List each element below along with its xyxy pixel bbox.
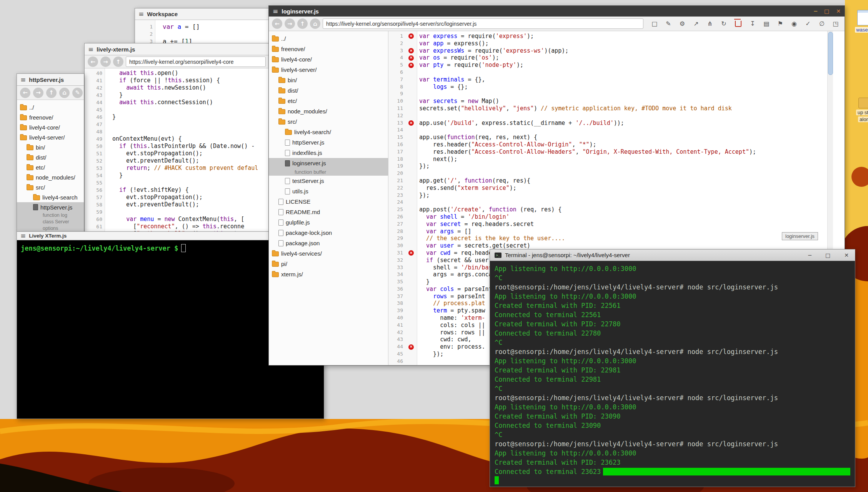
folder-icon[interactable]: ▤: [762, 20, 771, 27]
code-line[interactable]: 60 var menu = new ContextMenu(this, [: [85, 216, 269, 223]
tree-item-etc[interactable]: etc/: [17, 162, 84, 172]
checkbox-icon[interactable]: □: [650, 20, 659, 27]
scrollbar-thumb[interactable]: [828, 32, 833, 75]
code-line[interactable]: 54 }: [85, 172, 269, 179]
code-line[interactable]: 22 res.send("xterm service");: [388, 184, 845, 192]
up-button[interactable]: ↑: [113, 57, 123, 67]
code-line[interactable]: 24: [388, 199, 845, 206]
code-line[interactable]: 2var app = express();: [388, 40, 845, 47]
eye-icon[interactable]: ◉: [790, 20, 798, 27]
code-line[interactable]: 9: [388, 90, 845, 98]
home-button[interactable]: ⌂: [59, 88, 70, 98]
edit-button[interactable]: ✎: [72, 88, 83, 98]
httpserver-titlebar[interactable]: ≡ httpServer.js: [17, 74, 84, 86]
code-line[interactable]: 20: [388, 170, 845, 177]
tree-item-bin[interactable]: bin/: [17, 142, 84, 152]
code-line[interactable]: 42 await this.newSession(): [85, 84, 269, 91]
tree-item-freenove[interactable]: freenove/: [17, 112, 84, 122]
menu-icon[interactable]: ≡: [138, 11, 144, 17]
forward-button[interactable]: →: [285, 18, 295, 29]
flag-icon[interactable]: ⚑: [776, 20, 785, 27]
tree-subitem-function-log[interactable]: function log: [17, 212, 84, 219]
code-line[interactable]: 15app.use(function(req, res, next) {: [388, 134, 845, 141]
code-line[interactable]: 41 if (force || !this.session) {: [85, 77, 269, 84]
tree-item-package-lock-json[interactable]: package-lock.json: [269, 228, 388, 238]
minimize-button[interactable]: ─: [814, 8, 817, 14]
code-line[interactable]: 12: [388, 112, 845, 120]
tree-item-lively4-core[interactable]: lively4-core/: [269, 54, 388, 65]
error-marker-icon[interactable]: ✕: [408, 344, 414, 350]
tree-item-node-modules[interactable]: node_modules/: [17, 172, 84, 182]
code-line[interactable]: 18 next();: [388, 156, 845, 163]
code-line[interactable]: 50 if (this.lastPointerUp && (Date.now()…: [85, 143, 269, 150]
code-line[interactable]: 56 if (!evt.shiftKey) {: [85, 186, 269, 194]
code-line[interactable]: 49onContextMenu(evt) {: [85, 135, 269, 143]
tree-item-freenove[interactable]: freenove/: [269, 44, 388, 54]
up-button[interactable]: ↑: [297, 18, 308, 29]
code-line[interactable]: 59: [85, 208, 269, 216]
dependency-graph-icon[interactable]: ⋔: [706, 20, 714, 27]
code-line[interactable]: 26 var shell = '/bin/login': [388, 213, 845, 221]
tree-item-src[interactable]: src/: [17, 182, 84, 192]
url-field[interactable]: https://lively-kernel.org/sensorpi/livel…: [126, 57, 266, 67]
desktop-icon-file[interactable]: wased: [850, 10, 868, 33]
tree-item-xterm-js[interactable]: xterm.js/: [269, 269, 388, 279]
close-button[interactable]: ✕: [836, 8, 841, 14]
menu-icon[interactable]: ≡: [20, 233, 26, 239]
code-line[interactable]: 53 return; // #HACK custom prevent defau…: [85, 165, 269, 172]
close-button[interactable]: ✕: [844, 252, 849, 258]
forward-button[interactable]: →: [33, 88, 43, 98]
tree-item-up[interactable]: ../: [17, 102, 84, 112]
code-line[interactable]: 30 var user = secrets.get(secret): [388, 242, 845, 249]
code-line[interactable]: 29 // the secret is the key to the user.…: [388, 235, 845, 242]
settings-icon[interactable]: ⚙: [678, 20, 686, 27]
editor-titlebar[interactable]: ≡ lively-xterm.js: [85, 43, 269, 55]
error-marker-icon[interactable]: ✕: [408, 48, 414, 53]
code-line[interactable]: 17 res.header("Access-Control-Allow-Head…: [388, 148, 845, 156]
tree-item-readme-md[interactable]: README.md: [269, 207, 388, 217]
tree-subitem-options[interactable]: options: [17, 225, 84, 232]
tree-item-lively4-search[interactable]: lively4-search: [17, 192, 84, 202]
tree-item-license[interactable]: LICENSE: [269, 196, 388, 207]
tree-item-utils-js[interactable]: utils.js: [269, 186, 388, 196]
code-line[interactable]: 16 res.header("Access-Control-Allow-Orig…: [388, 141, 845, 148]
code-line[interactable]: 57 evt.stopPropagation();: [85, 194, 269, 201]
tree-item-dist[interactable]: dist/: [269, 85, 388, 96]
cancel-icon[interactable]: ∅: [818, 20, 826, 27]
code-line[interactable]: 28 var args = []: [388, 228, 845, 235]
accept-icon[interactable]: ✓: [804, 20, 812, 27]
brush-icon[interactable]: ✎: [664, 20, 673, 27]
code-line[interactable]: 5✕var pty = require('node-pty');: [388, 62, 845, 69]
up-button[interactable]: ↑: [46, 88, 57, 98]
back-button[interactable]: ←: [272, 18, 282, 29]
editor-code-area[interactable]: 40 await this.open()41 if (force || !thi…: [85, 68, 269, 234]
tree-item-up[interactable]: ../: [269, 33, 388, 44]
tree-item-lively4-server[interactable]: lively4-server/: [17, 132, 84, 142]
terminal-titlebar[interactable]: >_ Terminal - jens@sensorpi: ~/lively4/l…: [490, 249, 855, 261]
code-line[interactable]: 45: [85, 106, 269, 113]
menu-icon[interactable]: ≡: [20, 76, 26, 83]
code-line[interactable]: 10var secrets = new Map(): [388, 98, 845, 105]
code-line[interactable]: 3✕var expressWs = require('express-ws')(…: [388, 47, 845, 55]
terminal-screen[interactable]: App listening to http://0.0.0.0:3000^Cro…: [490, 261, 855, 487]
tree-item-lively4-search[interactable]: lively4-search/: [269, 127, 388, 137]
desktop-icon-folder[interactable]: up stuff along: [852, 98, 868, 122]
code-line[interactable]: 6: [388, 69, 845, 76]
code-line[interactable]: 48: [85, 128, 269, 135]
error-marker-icon[interactable]: ✕: [408, 63, 414, 68]
code-line[interactable]: 51 evt.stopPropagation();: [85, 150, 269, 157]
home-button[interactable]: ⌂: [310, 18, 320, 29]
code-line[interactable]: 43 }: [85, 91, 269, 99]
code-line[interactable]: 1✕var express = require('express');: [388, 33, 845, 40]
minimize-button[interactable]: ─: [808, 252, 811, 258]
tree-item-bin[interactable]: bin/: [269, 75, 388, 85]
error-marker-icon[interactable]: ✕: [408, 120, 414, 126]
code-line[interactable]: 25app.post('/create', function (req, res…: [388, 206, 845, 213]
code-line[interactable]: 55: [85, 179, 269, 186]
code-line[interactable]: 47: [85, 121, 269, 128]
fullscreen-icon[interactable]: ◳: [831, 20, 840, 27]
code-line[interactable]: 46}: [85, 113, 269, 121]
menu-icon[interactable]: ≡: [88, 46, 93, 53]
url-field[interactable]: https://lively-kernel.org/sensorpi/livel…: [323, 18, 643, 29]
save-icon[interactable]: ↧: [748, 20, 757, 27]
